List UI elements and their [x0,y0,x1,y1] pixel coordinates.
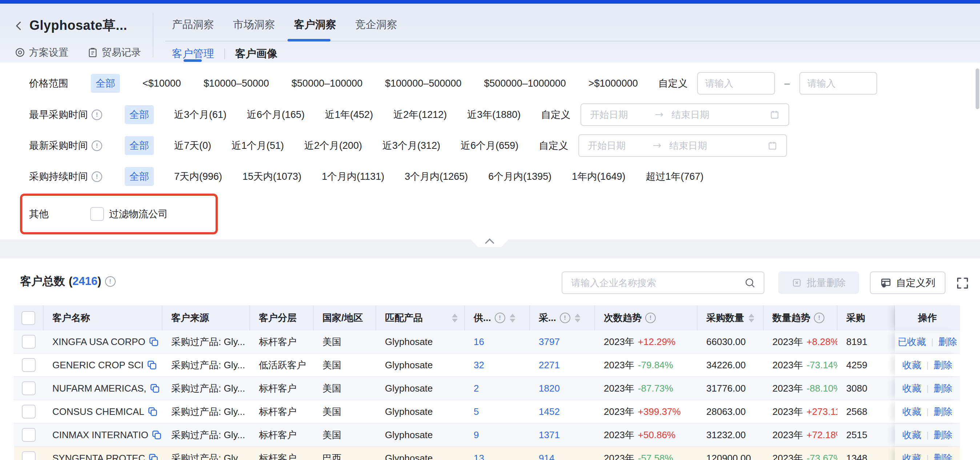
purchases-link[interactable]: 914 [539,453,554,460]
delete-link[interactable]: 删除 [934,382,953,395]
earliest-option-all[interactable]: 全部 [125,105,154,124]
logistics-checkbox[interactable] [90,207,104,221]
latest-custom-label[interactable]: 自定义 [539,139,568,152]
delete-link[interactable]: 删除 [934,359,953,372]
price-option[interactable]: >$1000000 [589,78,638,89]
search-input[interactable] [562,277,744,289]
row-checkbox[interactable] [22,358,36,372]
sort-control[interactable] [575,314,581,323]
price-option[interactable]: $100000–500000 [385,78,461,89]
earliest-option[interactable]: 近3个月(61) [174,108,226,121]
purchases-link[interactable]: 1452 [539,406,560,417]
price-min-input[interactable] [697,72,775,94]
duration-option[interactable]: 7天内(996) [174,170,222,183]
info-icon[interactable] [560,313,570,323]
info-icon[interactable] [814,313,824,323]
suppliers-link[interactable]: 9 [474,430,479,441]
earliest-option[interactable]: 近6个月(165) [247,108,305,121]
tab-market-insight[interactable]: 市场洞察 [233,18,275,32]
purchases-link[interactable]: 1371 [539,430,560,441]
earliest-option[interactable]: 近1年(452) [325,108,373,121]
duration-option-all[interactable]: 全部 [125,167,154,186]
scrollbar-thumb[interactable] [976,69,979,109]
info-icon[interactable] [495,313,505,323]
earliest-date-range-picker[interactable]: 开始日期 结束日期 [581,103,789,126]
collapse-filters-button[interactable] [468,236,512,247]
favorite-link[interactable]: 收藏 [902,429,921,441]
fullscreen-icon[interactable] [955,276,970,291]
tab-product-insight[interactable]: 产品洞察 [172,18,214,32]
info-icon[interactable] [92,141,102,151]
latest-option-all[interactable]: 全部 [125,136,154,155]
price-custom-label[interactable]: 自定义 [658,77,688,90]
subtab-customer-profile[interactable]: 客户画像 [235,46,277,61]
info-icon[interactable] [645,313,656,323]
suppliers-link[interactable]: 13 [474,453,484,460]
copy-icon[interactable] [148,453,159,460]
row-checkbox[interactable] [22,405,36,418]
price-option[interactable]: $50000–100000 [291,78,363,89]
suppliers-link[interactable]: 2 [474,383,479,394]
sort-control[interactable] [510,314,515,323]
duration-option[interactable]: 15天内(1073) [242,170,301,183]
latest-date-range-picker[interactable]: 开始日期 结束日期 [578,134,787,157]
subtab-customer-management[interactable]: 客户管理 [172,46,214,61]
favorite-link[interactable]: 收藏 [902,382,921,395]
tab-customer-insight[interactable]: 客户洞察 [294,18,336,32]
info-icon[interactable] [92,171,102,182]
info-icon[interactable] [105,276,116,287]
delete-link[interactable]: 删除 [934,406,953,418]
info-icon[interactable] [92,110,102,120]
favorite-link[interactable]: 收藏 [902,452,921,460]
price-option[interactable]: $500000–1000000 [484,78,566,89]
copy-icon[interactable] [147,406,158,417]
duration-option[interactable]: 1年内(1649) [572,170,625,183]
sort-control[interactable] [452,314,458,323]
copy-icon[interactable] [151,430,162,440]
latest-option[interactable]: 近6个月(659) [461,139,519,152]
purchases-link[interactable]: 2271 [539,359,560,371]
earliest-option[interactable]: 近3年(1880) [467,108,520,121]
delete-link[interactable]: 删除 [934,452,953,460]
tab-competitor-insight[interactable]: 竞企洞察 [355,18,397,32]
duration-option[interactable]: 超过1年(767) [646,170,703,183]
favorite-link[interactable]: 收藏 [902,359,921,372]
filter-logistics-option[interactable]: 过滤物流公司 [90,207,168,221]
row-checkbox[interactable] [22,451,36,460]
latest-option[interactable]: 近3个月(312) [382,139,440,152]
custom-columns-button[interactable]: 自定义列 [870,272,945,294]
row-checkbox[interactable] [22,382,36,395]
select-all-checkbox[interactable] [21,311,35,325]
copy-icon[interactable] [148,336,159,347]
suppliers-link[interactable]: 16 [474,336,484,348]
row-checkbox[interactable] [22,428,36,442]
price-option[interactable]: <$10000 [143,78,181,89]
row-checkbox[interactable] [22,335,36,349]
plan-settings-link[interactable]: 方案设置 [14,46,68,59]
duration-option[interactable]: 3个月内(1265) [404,170,468,183]
latest-option[interactable]: 近1个月(51) [232,139,284,152]
price-max-input[interactable] [799,72,877,94]
favorite-link[interactable]: 收藏 [902,406,921,418]
duration-option[interactable]: 6个月内(1395) [488,170,551,183]
price-option-all[interactable]: 全部 [91,74,120,93]
suppliers-link[interactable]: 32 [474,359,484,371]
trade-records-link[interactable]: 贸易记录 [87,46,141,59]
copy-icon[interactable] [150,383,160,394]
favorite-link[interactable]: 已收藏 [897,335,926,348]
batch-delete-button[interactable]: 批量删除 [778,272,859,294]
purchases-link[interactable]: 1820 [539,383,560,394]
delete-link[interactable]: 删除 [939,335,958,348]
purchases-link[interactable]: 3797 [539,336,560,348]
earliest-custom-label[interactable]: 自定义 [541,108,570,121]
latest-option[interactable]: 近7天(0) [174,139,211,152]
latest-option[interactable]: 近2个月(200) [304,139,362,152]
earliest-option[interactable]: 近2年(1212) [393,108,447,121]
back-icon[interactable] [13,21,24,31]
suppliers-link[interactable]: 5 [474,406,479,417]
search-icon[interactable] [744,277,756,289]
copy-icon[interactable] [146,359,158,371]
sort-control[interactable] [748,314,754,323]
duration-option[interactable]: 1个月内(1131) [322,170,384,183]
price-option[interactable]: $10000–50000 [204,78,269,89]
